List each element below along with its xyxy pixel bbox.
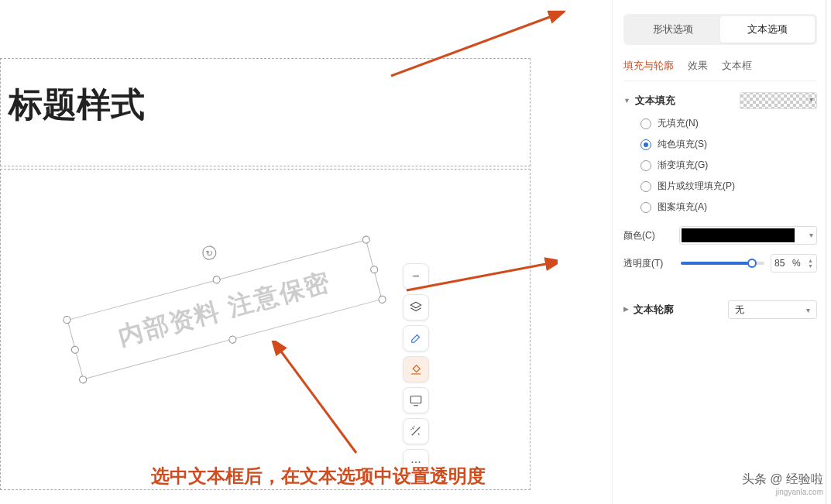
annotation-text: 选中文本框后，在文本选项中设置透明度	[151, 464, 486, 489]
panel-edge	[826, 0, 826, 504]
layers-icon	[409, 300, 423, 314]
subtab-fill-outline[interactable]: 填充与轮廓	[623, 59, 674, 73]
opacity-unit: %	[792, 258, 801, 269]
chevron-down-icon: ▾	[809, 231, 813, 239]
svg-rect-0	[410, 396, 421, 403]
radio-icon	[640, 202, 651, 213]
sub-tabs: 填充与轮廓 效果 文本框	[623, 59, 817, 81]
radio-icon	[640, 181, 651, 192]
text-fill-section-header[interactable]: ▼ 文本填充 ▾	[623, 92, 817, 109]
monitor-icon	[409, 393, 423, 407]
opacity-slider[interactable]	[681, 262, 764, 265]
radio-solid-fill[interactable]: 纯色填充(S)	[640, 138, 817, 151]
radio-label: 无填充(N)	[658, 117, 699, 130]
radio-picture-fill[interactable]: 图片或纹理填充(P)	[640, 180, 817, 193]
slider-thumb[interactable]	[747, 259, 757, 268]
radio-label: 图案填充(A)	[658, 201, 707, 214]
radio-no-fill[interactable]: 无填充(N)	[640, 117, 817, 130]
paint-bucket-icon	[409, 362, 423, 376]
fill-preview-dropdown[interactable]: ▾	[740, 92, 817, 109]
attribution: 头条 @ 经验啦 jingyanla.com	[742, 471, 823, 496]
format-panel: 形状选项 文本选项 填充与轮廓 效果 文本框 ▼ 文本填充 ▾ 无填充(N) 纯…	[612, 0, 831, 504]
radio-icon	[640, 139, 651, 150]
opacity-input[interactable]: 85 % ▲▼	[771, 254, 817, 273]
chevron-down-icon: ▾	[806, 306, 810, 314]
layers-button[interactable]	[403, 294, 429, 321]
screen-button[interactable]	[403, 387, 429, 413]
stepper-icon[interactable]: ▲▼	[808, 258, 813, 269]
color-dropdown[interactable]: ▾	[679, 226, 817, 245]
slider-fill	[681, 262, 752, 265]
triangle-down-icon: ▼	[623, 97, 630, 105]
opacity-label: 透明度(T)	[623, 257, 679, 270]
chevron-down-icon: ▾	[809, 95, 813, 104]
section-title: 文本填充	[635, 94, 675, 108]
title-placeholder[interactable]: 标题样式	[0, 58, 531, 166]
title-text: 标题样式	[9, 85, 145, 123]
mode-tabs: 形状选项 文本选项	[623, 14, 817, 45]
brush-button[interactable]	[403, 325, 429, 351]
magic-button[interactable]	[403, 418, 429, 444]
opacity-value: 85	[774, 258, 785, 269]
tab-text-options[interactable]: 文本选项	[720, 16, 815, 43]
minus-icon: −	[412, 269, 419, 283]
fill-type-radios: 无填充(N) 纯色填充(S) 渐变填充(G) 图片或纹理填充(P) 图案填充(A…	[640, 117, 817, 214]
tab-shape-options[interactable]: 形状选项	[626, 16, 720, 43]
floating-toolbar: − ···	[403, 263, 431, 475]
radio-pattern-fill[interactable]: 图案填充(A)	[640, 201, 817, 214]
radio-label: 纯色填充(S)	[658, 138, 707, 151]
opacity-row: 透明度(T) 85 % ▲▼	[623, 254, 817, 273]
radio-icon	[640, 118, 651, 129]
attribution-line2: jingyanla.com	[742, 488, 823, 496]
attribution-line1: 头条 @ 经验啦	[742, 472, 823, 485]
collapse-button[interactable]: −	[403, 263, 429, 290]
color-swatch	[682, 228, 795, 242]
fill-button[interactable]	[403, 356, 429, 382]
triangle-right-icon: ▶	[623, 305, 629, 313]
color-row: 颜色(C) ▾	[623, 226, 817, 245]
subtab-textbox[interactable]: 文本框	[722, 59, 752, 73]
outline-select[interactable]: 无 ▾	[728, 300, 817, 319]
brush-icon	[409, 331, 423, 345]
radio-label: 渐变填充(G)	[658, 159, 708, 172]
radio-label: 图片或纹理填充(P)	[658, 180, 735, 193]
subtab-effects[interactable]: 效果	[688, 59, 708, 73]
radio-gradient-fill[interactable]: 渐变填充(G)	[640, 159, 817, 172]
color-label: 颜色(C)	[623, 229, 679, 242]
slide-canvas[interactable]: 标题样式 ↻ 内部资料 注意保密 − ···	[0, 0, 612, 504]
text-outline-section-header[interactable]: ▶ 文本轮廓 无 ▾	[623, 300, 817, 319]
section-title: 文本轮廓	[634, 303, 674, 317]
outline-value: 无	[735, 303, 744, 317]
radio-icon	[640, 160, 651, 171]
sparkle-icon	[409, 424, 423, 438]
